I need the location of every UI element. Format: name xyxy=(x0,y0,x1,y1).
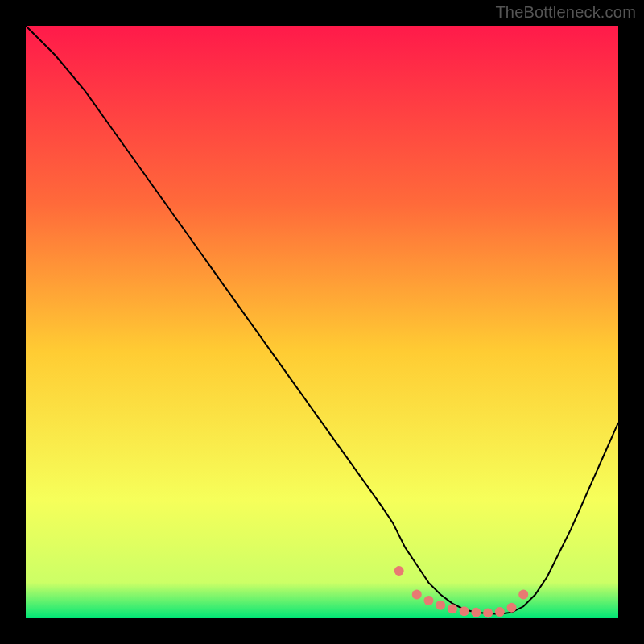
marker-dot xyxy=(471,608,481,617)
chart-svg xyxy=(26,26,618,618)
marker-dot xyxy=(460,606,469,616)
chart-background xyxy=(26,26,618,618)
marker-dot xyxy=(448,604,457,613)
marker-dot xyxy=(507,603,517,613)
marker-dot xyxy=(394,566,404,576)
marker-dot xyxy=(436,601,445,610)
marker-dot xyxy=(483,608,493,617)
marker-dot xyxy=(495,607,505,617)
chart-frame: TheBottleneck.com xyxy=(0,0,644,644)
watermark-text: TheBottleneck.com xyxy=(495,3,636,22)
chart-plot xyxy=(26,26,618,618)
marker-dot xyxy=(412,590,422,600)
marker-dot xyxy=(423,596,433,605)
marker-dot xyxy=(518,590,528,600)
